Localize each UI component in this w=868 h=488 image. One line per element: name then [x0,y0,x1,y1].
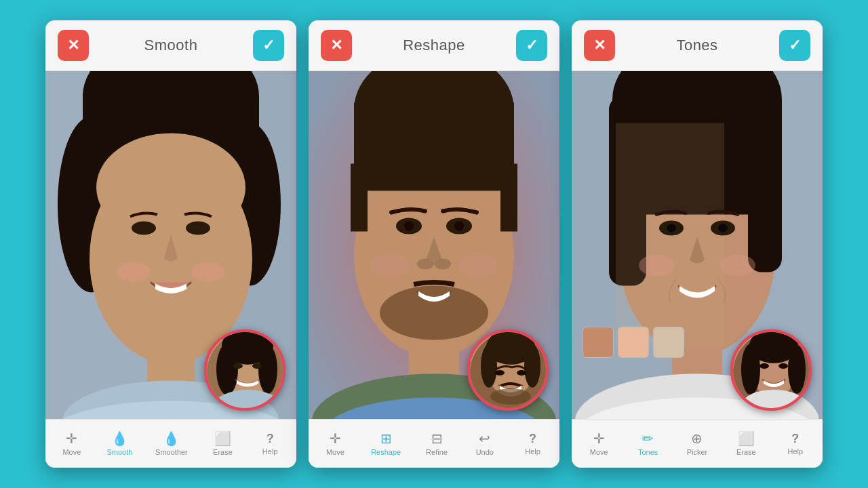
smooth-tool-smooth[interactable]: 💧 Smooth [102,429,138,459]
svg-point-49 [481,344,497,388]
svg-point-71 [720,255,755,277]
smooth-photo-area [45,71,296,419]
svg-point-40 [454,222,464,231]
svg-point-70 [639,255,674,277]
svg-point-53 [490,388,531,405]
svg-point-52 [517,370,526,375]
reshape-title: Reshape [403,37,465,54]
tones-confirm-button[interactable]: ✓ [779,30,810,61]
svg-point-19 [258,345,277,394]
picker-icon: ⊕ [691,432,703,445]
reshape-cancel-button[interactable]: ✕ [321,30,352,61]
reshape-panel: ✕ Reshape ✓ [309,20,559,468]
tones-tool-tones[interactable]: ✏ Tones [631,429,666,459]
svg-point-33 [452,76,490,117]
tones-cancel-button[interactable]: ✕ [584,30,615,61]
svg-point-75 [741,344,760,395]
smooth-title: Smooth [144,37,198,54]
svg-point-34 [375,77,405,115]
reshape-tool-reshape[interactable]: ⊞ Reshape [366,429,406,459]
svg-point-7 [96,134,245,242]
smooth-face-bg [45,71,296,419]
svg-point-76 [788,345,806,394]
reshape-tool-refine[interactable]: ⊟ Refine [419,429,454,459]
smooth-header: ✕ Smooth ✓ [45,20,296,71]
refine-icon: ⊟ [431,432,443,445]
smooth-panel: ✕ Smooth ✓ [45,20,296,468]
smooth-confirm-button[interactable]: ✓ [253,30,284,61]
swatch-1[interactable] [583,327,614,358]
tones-face-bg [572,71,823,419]
svg-point-18 [216,344,238,395]
svg-point-77 [760,363,769,369]
tones-tool-help[interactable]: ? Help [778,430,813,458]
svg-point-41 [417,259,433,270]
svg-point-78 [778,363,788,369]
tones-icon: ✏ [642,432,654,445]
tones-color-swatches [583,327,684,358]
svg-rect-35 [351,164,368,232]
svg-point-51 [495,370,505,375]
move-icon-2: ✛ [330,432,341,445]
svg-point-50 [524,344,540,388]
tones-header: ✕ Tones ✓ [572,20,823,71]
tones-title: Tones [676,37,717,54]
smooth-thumbnail [204,329,285,411]
help-icon-2: ? [529,432,536,445]
smooth-tool-move[interactable]: ✛ Move [54,429,90,459]
smooth-icon: 💧 [111,432,128,445]
svg-point-42 [435,259,451,270]
svg-point-43 [380,286,488,340]
move-icon-3: ✛ [593,432,605,445]
tones-tool-move[interactable]: ✛ Move [581,429,616,459]
tones-tool-picker[interactable]: ⊕ Picker [679,429,715,459]
erase-icon: ⬜ [214,432,231,445]
smooth-tool-help[interactable]: ? Help [252,430,288,458]
reshape-thumbnail [467,329,549,411]
swatch-2[interactable] [618,327,649,358]
svg-point-13 [117,262,151,283]
svg-point-11 [132,222,156,235]
help-icon: ? [267,432,274,445]
svg-point-69 [718,224,728,232]
undo-icon: ↩ [479,432,490,445]
svg-point-44 [371,253,409,278]
svg-rect-30 [354,103,514,191]
tones-toolbar: ✛ Move ✏ Tones ⊕ Picker ⬜ Erase ? Help [572,419,823,468]
reshape-face-bg [309,71,559,419]
tones-panel: ✕ Tones ✓ [572,20,823,468]
help-icon-3: ? [791,432,799,445]
reshape-tool-undo[interactable]: ↩ Undo [467,429,502,459]
reshape-tool-help[interactable]: ? Help [515,430,551,458]
smoother-icon: 💧 [163,432,180,445]
svg-point-68 [667,224,676,232]
erase-icon-2: ⬜ [738,432,755,445]
reshape-icon: ⊞ [380,432,392,445]
reshape-toolbar: ✛ Move ⊞ Reshape ⊟ Refine ↩ Undo ? Help [309,419,559,468]
tones-thumbnail [730,329,812,411]
reshape-confirm-button[interactable]: ✓ [516,30,547,61]
svg-point-45 [459,253,497,278]
swatch-3[interactable] [653,327,684,358]
svg-point-14 [191,262,225,283]
svg-rect-36 [500,164,517,232]
reshape-header: ✕ Reshape ✓ [309,20,559,71]
svg-rect-64 [748,96,782,272]
reshape-tool-move[interactable]: ✛ Move [317,429,353,459]
svg-point-39 [404,222,414,231]
move-icon: ✛ [66,432,77,445]
reshape-photo-area [309,71,559,419]
smooth-cancel-button[interactable]: ✕ [58,30,89,61]
tones-tool-erase[interactable]: ⬜ Erase [728,429,764,459]
tones-photo-area [572,71,823,419]
svg-point-21 [252,363,262,369]
svg-point-20 [233,363,243,369]
smooth-tool-smoother[interactable]: 💧 Smoother [150,429,193,459]
smooth-tool-erase[interactable]: ⬜ Erase [205,429,240,459]
svg-point-12 [186,222,210,235]
smooth-toolbar: ✛ Move 💧 Smooth 💧 Smoother ⬜ Erase ? Hel… [45,419,296,468]
